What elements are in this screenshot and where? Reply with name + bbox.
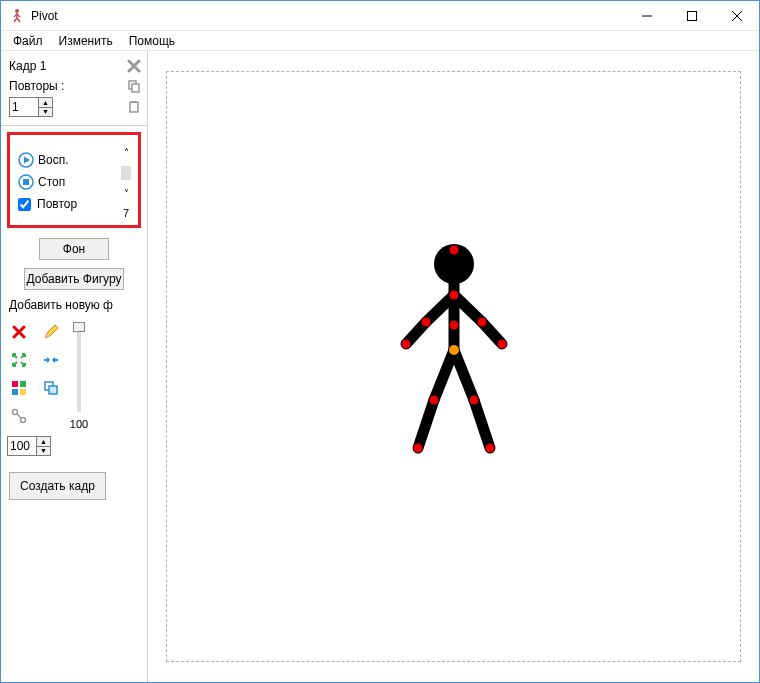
svg-point-24 [13,410,18,415]
svg-point-44 [449,345,459,355]
play-label: Восп. [38,153,69,167]
add-new-label: Добавить новую ф [5,296,147,314]
stop-icon [18,174,34,190]
repeats-input[interactable] [10,98,38,116]
play-icon [18,152,34,168]
copy-icon[interactable] [125,77,143,95]
svg-line-32 [434,350,454,400]
svg-rect-18 [12,381,18,387]
svg-point-42 [497,339,506,348]
menubar: Файл Изменить Помощь [1,31,759,51]
svg-rect-12 [130,102,138,112]
repeats-up[interactable]: ▲ [39,98,52,108]
repeats-down[interactable]: ▼ [39,108,52,117]
colors-tool[interactable] [5,376,33,400]
tool-panel: 100 [1,318,147,432]
duplicate-tool[interactable] [37,376,65,400]
canvas-area [148,51,759,682]
opacity-value: 100 [70,418,88,430]
svg-line-26 [17,414,21,418]
minimize-button[interactable] [624,1,669,30]
frame-panel: Кадр 1 Повторы : ▲ [1,51,147,126]
titlebar: Pivot [1,1,759,31]
svg-point-43 [449,320,458,329]
close-button[interactable] [714,1,759,30]
svg-line-5 [17,18,20,22]
paste-icon[interactable] [125,98,143,116]
scale-up[interactable]: ▲ [37,437,50,447]
loop-checkbox[interactable] [18,198,31,211]
svg-rect-20 [12,389,18,395]
svg-point-40 [477,317,486,326]
opacity-slider[interactable]: 100 [71,320,87,430]
svg-point-45 [429,395,438,404]
delete-frame-icon[interactable] [125,57,143,75]
opacity-thumb[interactable] [73,322,85,332]
frame-number-label: Кадр 1 [9,59,125,73]
speed-slider[interactable]: ˄ ˅ 7 [118,147,134,219]
svg-line-34 [418,400,434,448]
menu-help[interactable]: Помощь [121,32,183,50]
stick-figure[interactable] [384,240,524,470]
center-tool[interactable] [5,348,33,372]
svg-point-37 [449,245,458,254]
background-button[interactable]: Фон [39,238,109,260]
speed-up-icon[interactable]: ˄ [124,147,129,158]
speed-down-icon[interactable]: ˅ [124,188,129,199]
svg-rect-21 [20,389,26,395]
svg-rect-17 [23,179,29,185]
svg-marker-15 [24,157,30,164]
play-button[interactable]: Восп. [18,149,130,171]
svg-point-47 [413,443,422,452]
menu-file[interactable]: Файл [5,32,51,50]
app-icon [9,8,25,24]
svg-point-46 [469,395,478,404]
repeats-label: Повторы : [9,79,125,93]
menu-edit[interactable]: Изменить [51,32,121,50]
svg-line-35 [474,400,490,448]
svg-rect-23 [49,386,57,394]
edit-tool[interactable] [37,320,65,344]
delete-tool[interactable] [5,320,33,344]
svg-point-41 [401,339,410,348]
scale-down[interactable]: ▼ [37,447,50,456]
svg-rect-11 [132,84,139,92]
svg-point-38 [449,290,458,299]
speed-value: 7 [123,207,129,219]
join-tool[interactable] [5,404,33,428]
add-figure-button[interactable]: Добавить Фигуру [24,268,124,290]
canvas[interactable] [166,71,741,662]
playback-panel: Восп. Стоп Повтор ˄ ˅ 7 [7,132,141,228]
speed-thumb[interactable] [121,166,131,180]
stop-button[interactable]: Стоп [18,171,130,193]
scale-input[interactable] [8,437,36,455]
maximize-button[interactable] [669,1,714,30]
stop-label: Стоп [38,175,65,189]
svg-rect-13 [132,101,136,103]
svg-point-48 [485,443,494,452]
sidebar: Кадр 1 Повторы : ▲ [1,51,148,682]
flip-tool[interactable] [37,348,65,372]
svg-point-0 [15,9,19,13]
svg-point-39 [421,317,430,326]
create-frame-button[interactable]: Создать кадр [9,472,106,500]
svg-rect-19 [20,381,26,387]
scale-spinner[interactable]: ▲ ▼ [7,436,51,456]
loop-label: Повтор [37,197,77,211]
repeats-spinner[interactable]: ▲ ▼ [9,97,53,117]
window-title: Pivot [31,9,624,23]
svg-line-33 [454,350,474,400]
svg-rect-7 [687,11,696,20]
svg-point-25 [21,418,26,423]
